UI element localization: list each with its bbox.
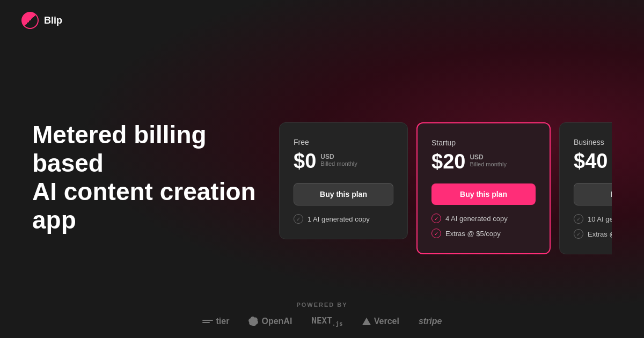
business-overflow: Business $40 USD Billed monthly Buy thi … xyxy=(559,122,612,254)
free-plan-card: Free $0 USD Billed monthly Buy this plan… xyxy=(279,122,408,239)
free-price-amount: $0 xyxy=(294,151,316,171)
tier-icon xyxy=(202,320,213,323)
hero-title: Metered billing based AI content creatio… xyxy=(32,121,258,234)
openai-text: OpenAI xyxy=(261,317,292,326)
header: Blip xyxy=(0,0,644,41)
business-price-amount: $40 xyxy=(574,151,608,171)
free-plan-name: Free xyxy=(294,138,393,146)
logo-icon xyxy=(21,12,39,29)
check-icon-biz-1: ✓ xyxy=(574,214,583,224)
free-price-meta: USD Billed monthly xyxy=(320,151,357,167)
free-currency: USD xyxy=(320,153,357,160)
powered-by-section: POWERED BY tier OpenAI NEXT.js xyxy=(0,289,644,338)
card-wrapper: Free $0 USD Billed monthly Buy this plan… xyxy=(279,122,612,254)
check-icon-biz-2: ✓ xyxy=(574,229,583,239)
business-feature-2: ✓ Extras @ $4/ xyxy=(574,229,612,239)
stripe-logo: stripe xyxy=(419,317,442,326)
openai-logo: OpenAI xyxy=(248,317,292,326)
check-icon-pink: ✓ xyxy=(431,214,441,223)
business-buy-button[interactable]: Buy thi xyxy=(574,183,612,205)
business-plan-name: Business xyxy=(574,138,612,146)
startup-plan-card: Startup $20 USD Billed monthly Buy this … xyxy=(416,122,551,254)
startup-price-amount: $20 xyxy=(431,151,465,172)
startup-price-meta: USD Billed monthly xyxy=(470,151,506,167)
check-icon-pink-2: ✓ xyxy=(431,229,441,238)
startup-feature-1: ✓ 4 AI generated copy xyxy=(431,214,536,223)
logo-text: Blip xyxy=(44,15,62,26)
business-plan-card: Business $40 USD Billed monthly Buy thi … xyxy=(559,122,612,254)
free-buy-button[interactable]: Buy this plan xyxy=(294,183,393,205)
tier-logo: tier xyxy=(202,317,230,326)
startup-features: ✓ 4 AI generated copy ✓ Extras @ $5/copy xyxy=(431,214,536,238)
pricing-cards: Free $0 USD Billed monthly Buy this plan… xyxy=(279,122,612,265)
startup-billing: Billed monthly xyxy=(470,161,506,167)
startup-buy-button[interactable]: Buy this plan xyxy=(431,183,536,205)
vercel-logo: Vercel xyxy=(362,317,399,326)
vercel-text: Vercel xyxy=(374,317,399,326)
business-feature-1: ✓ 10 AI genera xyxy=(574,214,612,224)
nextjs-logo: NEXT.js xyxy=(311,315,342,327)
free-price-row: $0 USD Billed monthly xyxy=(294,151,393,171)
free-features: ✓ 1 AI generated copy xyxy=(294,214,393,224)
startup-feature-2: ✓ Extras @ $5/copy xyxy=(431,229,536,238)
openai-icon xyxy=(248,317,258,326)
nextjs-text: NEXT.js xyxy=(311,315,342,327)
tier-text: tier xyxy=(216,317,230,326)
powered-by-label: POWERED BY xyxy=(0,302,644,308)
vercel-icon xyxy=(362,318,371,325)
free-billing: Billed monthly xyxy=(320,160,357,167)
check-icon: ✓ xyxy=(294,214,303,224)
business-features: ✓ 10 AI genera ✓ Extras @ $4/ xyxy=(574,214,612,239)
startup-price-row: $20 USD Billed monthly xyxy=(431,151,536,172)
hero-section: Metered billing based AI content creatio… xyxy=(32,121,258,267)
startup-plan-name: Startup xyxy=(431,138,536,147)
business-price-row: $40 USD Billed monthly xyxy=(574,151,612,171)
stripe-text: stripe xyxy=(419,317,442,326)
free-feature-1: ✓ 1 AI generated copy xyxy=(294,214,393,224)
startup-currency: USD xyxy=(470,153,506,161)
partners-list: tier OpenAI NEXT.js Vercel stripe xyxy=(0,315,644,327)
